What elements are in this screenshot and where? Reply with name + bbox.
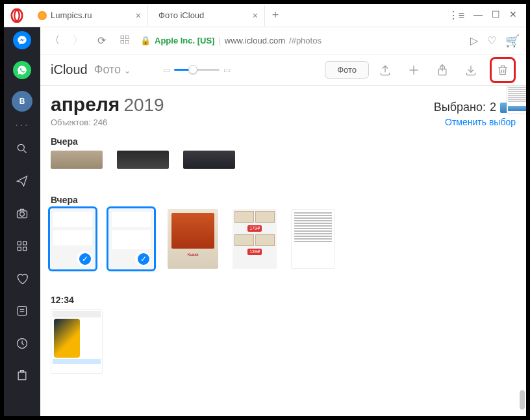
svg-point-0 (12, 8, 23, 21)
svg-rect-7 (23, 241, 27, 245)
svg-point-5 (20, 212, 25, 217)
close-window-icon[interactable]: ✕ (509, 9, 517, 21)
group-label: 12:34 (51, 295, 516, 305)
cancel-selection-link[interactable]: Отменить выбор (445, 117, 516, 127)
page-content: 〈 〉 ⟳ 🔒 Apple Inc. [US] | www.icloud.com… (40, 27, 526, 416)
reload-icon[interactable]: ⟳ (94, 34, 109, 47)
photo-thumb[interactable] (117, 151, 169, 169)
photo-thumb[interactable] (51, 309, 103, 374)
group-label: Вчера (51, 136, 516, 147)
icloud-section-dropdown[interactable]: Фото ⌄ (94, 63, 131, 77)
forward-icon[interactable]: 〉 (70, 34, 86, 47)
send-icon[interactable]: ▷ (470, 34, 478, 47)
body-row: B ● ● ● (4, 27, 526, 416)
vk-icon[interactable]: B (12, 91, 32, 112)
whatsapp-icon[interactable] (13, 61, 31, 79)
maximize-icon[interactable]: ☐ (492, 9, 500, 21)
speed-dial-icon[interactable] (12, 236, 32, 256)
svg-point-1 (14, 10, 19, 21)
sidebar-separator: ● ● ● (16, 123, 28, 127)
svg-point-2 (18, 144, 24, 151)
back-icon[interactable]: 〈 (47, 34, 62, 47)
menu-icon[interactable]: ⋮≡ (448, 9, 464, 21)
url-field[interactable]: 🔒 Apple Inc. [US] | www.icloud.com/#phot… (140, 36, 462, 45)
search-icon[interactable] (12, 138, 32, 159)
opera-logo[interactable] (8, 6, 26, 25)
bookmark-icon[interactable]: ♡ (487, 34, 496, 47)
icloud-toolbar: iCloud Фото ⌄ ▭ ▭ Фото (40, 55, 526, 86)
url-host: www.icloud.com (225, 36, 285, 45)
year-label: 2019 (123, 95, 164, 116)
add-icon[interactable] (404, 60, 423, 80)
share-icon[interactable] (433, 60, 452, 80)
lock-icon: 🔒 (140, 36, 151, 45)
history-icon[interactable] (12, 333, 32, 354)
selection-count-label: Выбрано: (434, 101, 486, 114)
zoom-large-icon: ▭ (223, 66, 231, 75)
hover-preview (507, 86, 526, 114)
photo-thumb[interactable] (291, 209, 335, 269)
svg-rect-17 (125, 36, 129, 39)
cert-issuer: Apple Inc. [US] (155, 36, 214, 45)
photo-thumb[interactable] (51, 151, 103, 169)
tab-lumpics[interactable]: Lumpics.ru × (31, 5, 148, 26)
svg-rect-8 (18, 247, 21, 251)
photo-group: 12:34 (51, 295, 516, 374)
extensions-icon[interactable] (12, 365, 32, 386)
group-label: Вчера (51, 195, 516, 205)
window-controls: ⋮≡ — ☐ ✕ (443, 9, 522, 21)
minimize-icon[interactable]: — (473, 9, 483, 21)
new-tab-button[interactable]: + (265, 5, 286, 26)
svg-rect-14 (18, 372, 26, 380)
speed-dial-nav-icon[interactable] (117, 34, 132, 47)
download-icon[interactable] (461, 60, 481, 80)
photo-thumb[interactable] (183, 151, 235, 169)
svg-rect-6 (18, 241, 21, 245)
photos-mode-button[interactable]: Фото (325, 61, 369, 79)
svg-rect-16 (121, 36, 124, 39)
photo-thumb[interactable]: Kodak (168, 209, 218, 269)
svg-line-3 (24, 151, 27, 153)
send-icon[interactable] (12, 171, 32, 191)
svg-rect-19 (125, 40, 129, 43)
cart-icon[interactable]: 🛒 (505, 34, 520, 48)
icloud-section-label: Фото (94, 63, 121, 76)
tab-icloud-photos[interactable]: Фото iCloud × (148, 5, 265, 26)
selection-count: 2 (490, 101, 496, 114)
svg-rect-9 (23, 247, 27, 251)
tab-favicon (38, 11, 47, 20)
photo-thumb[interactable]: 179₽ 139₽ (233, 209, 277, 269)
trash-icon[interactable] (493, 60, 512, 80)
opera-sidebar: B ● ● ● (4, 27, 40, 416)
tab-strip: Lumpics.ru × Фото iCloud × + (31, 5, 443, 26)
month-label: апреля (51, 93, 120, 116)
url-path: /#photos (289, 36, 322, 45)
thumbnail-zoom-slider[interactable]: ▭ ▭ (163, 66, 231, 75)
address-bar: 〈 〉 ⟳ 🔒 Apple Inc. [US] | www.icloud.com… (40, 27, 526, 55)
close-icon[interactable]: × (136, 10, 141, 21)
tab-label: Фото iCloud (158, 10, 204, 20)
photo-thumb-selected[interactable] (51, 209, 95, 269)
photo-grid: апреля 2019 Выбрано: 2 Объектов: 246 Отм… (40, 86, 526, 416)
svg-rect-15 (21, 371, 24, 373)
zoom-small-icon: ▭ (163, 66, 170, 75)
news-icon[interactable] (12, 301, 32, 321)
svg-rect-10 (18, 306, 26, 315)
browser-window: Lumpics.ru × Фото iCloud × + ⋮≡ — ☐ ✕ (4, 4, 526, 416)
chevron-down-icon: ⌄ (124, 66, 131, 75)
scrollbar-thumb[interactable] (520, 390, 525, 410)
upload-icon[interactable] (375, 60, 395, 80)
titlebar: Lumpics.ru × Фото iCloud × + ⋮≡ — ☐ ✕ (4, 4, 526, 27)
messenger-icon[interactable] (13, 31, 31, 49)
photo-group: Вчера (51, 136, 516, 169)
photo-group: Вчера Kodak (51, 195, 516, 269)
close-icon[interactable]: × (253, 10, 258, 21)
icloud-app-name[interactable]: iCloud (51, 62, 88, 77)
toolbar-actions (375, 57, 516, 83)
photo-thumb-selected[interactable] (109, 209, 153, 269)
svg-rect-18 (121, 40, 124, 43)
heart-icon[interactable] (12, 268, 32, 289)
delete-button-highlight (490, 57, 516, 83)
camera-icon[interactable] (12, 203, 32, 224)
tab-label: Lumpics.ru (51, 10, 92, 20)
